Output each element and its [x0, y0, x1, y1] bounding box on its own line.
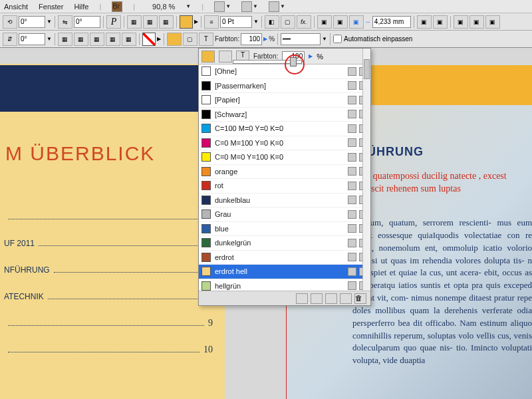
flip-h-icon[interactable]: ⇋: [58, 15, 72, 29]
tint-field[interactable]: [243, 35, 260, 43]
swatch-row[interactable]: C=0 M=0 Y=100 K=0: [199, 150, 370, 165]
stroke-weight-icon[interactable]: ≡: [204, 15, 219, 29]
strokestyle-field[interactable]: ━━: [281, 33, 321, 45]
swatch-row[interactable]: dunkelgrün: [199, 236, 370, 251]
swatch-row[interactable]: dunkelblau: [199, 194, 370, 208]
opacity-icon[interactable]: ▢: [281, 15, 295, 29]
zoom-level[interactable]: 90,8 %: [152, 3, 175, 11]
swatch-name: erdrot: [215, 253, 344, 261]
swatch-name: dunkelgrün: [215, 239, 344, 247]
control-bar-1: ⟲ 0° ▼ ⇋ 0° P ▦ ▦ ▦ ▶ ≡ 0 Pt ▼ ◧ ▢ fx. ▣…: [0, 13, 532, 31]
fit-2-icon[interactable]: ▣: [333, 15, 348, 29]
swatch-chip: [201, 66, 211, 76]
fill-color-swatch[interactable]: [180, 15, 193, 29]
fill-proxy-icon[interactable]: [201, 51, 215, 63]
swatch-row[interactable]: [Schwarz]: [199, 108, 370, 122]
screen-mode-icon[interactable]: ▼: [214, 1, 231, 12]
width-field[interactable]: 4,233 mm: [372, 16, 411, 28]
bridge-icon[interactable]: Br: [112, 1, 122, 12]
delete-swatch-icon[interactable]: 🗑: [354, 293, 366, 304]
select-container-icon[interactable]: ▦: [74, 33, 88, 46]
swatch-row[interactable]: erdrot hell: [199, 265, 370, 279]
view-options-icon[interactable]: ▼: [241, 1, 258, 12]
swatch-type-icon: [348, 153, 356, 162]
swatch-chip: [201, 253, 211, 262]
arrange-icon[interactable]: ▼: [269, 1, 285, 12]
swatch-chip: [201, 138, 211, 148]
swatch-type-icon: [348, 81, 356, 90]
swatch-chip: [201, 167, 211, 176]
select-next-icon[interactable]: ▦: [106, 33, 120, 46]
swatch-type-icon: [348, 96, 356, 104]
autofit-checkbox[interactable]: Automatisch einpassen: [333, 35, 412, 43]
swatch-type-icon: [348, 196, 356, 204]
show-all-swatches-icon[interactable]: [296, 293, 308, 304]
swatch-row[interactable]: erdrot: [199, 251, 370, 265]
menu-hilfe[interactable]: Hilfe: [74, 3, 88, 11]
textwrap-2-icon[interactable]: ▦: [143, 15, 158, 29]
menu-ansicht[interactable]: Ansicht: [4, 3, 28, 11]
swatch-row[interactable]: orange: [199, 165, 370, 180]
effects-icon[interactable]: fx.: [297, 15, 311, 29]
swatch-name: [Schwarz]: [215, 110, 344, 118]
apply-fill-icon[interactable]: [167, 33, 182, 46]
toc-row: NFÜHRUNG7: [4, 265, 213, 275]
menu-fenster[interactable]: Fenster: [39, 3, 63, 11]
textwrap-3-icon[interactable]: ▦: [159, 15, 174, 29]
swatch-row[interactable]: [Passermarken]: [199, 79, 370, 94]
swatch-chip: [201, 281, 211, 291]
textwrap-1-icon[interactable]: ▦: [127, 15, 142, 29]
swatch-type-icon: [348, 124, 356, 133]
fit-3-icon[interactable]: ▣: [349, 15, 364, 29]
tool-e-icon[interactable]: ▣: [485, 15, 500, 29]
fit-1-icon[interactable]: ▣: [317, 15, 332, 29]
rotation-field[interactable]: 0°: [19, 16, 45, 28]
page-left[interactable]: M ÜBERBLICK 5 UF 20117 NFÜHRUNG7 ATECHNI…: [0, 64, 225, 399]
stroke-proxy-icon[interactable]: [219, 51, 232, 63]
width-icon: ↔: [365, 19, 371, 25]
swatches-footer: 🗑: [199, 291, 370, 305]
rotate-ccw-icon[interactable]: ⟲: [3, 15, 17, 29]
toc-row: 9: [4, 318, 213, 329]
rotation2-field[interactable]: 0°: [19, 33, 45, 45]
swatch-chip: [201, 224, 211, 233]
select-more-icon[interactable]: ▦: [122, 33, 136, 46]
shear-field[interactable]: 0°: [74, 16, 100, 28]
type-tool-icon[interactable]: T: [199, 33, 213, 46]
swatches-list[interactable]: [Ohne][Passermarken][Papier][Schwarz]C=1…: [199, 65, 370, 291]
swatch-scrollbar[interactable]: [362, 49, 370, 291]
swatch-type-icon: [348, 138, 356, 147]
swatch-row[interactable]: hellgrün: [199, 279, 370, 291]
paragraph-style-icon[interactable]: P: [106, 15, 121, 29]
shadow-icon[interactable]: ◧: [265, 15, 279, 29]
flip-v-icon[interactable]: ⇵: [3, 33, 17, 46]
new-swatch-icon[interactable]: [340, 293, 352, 304]
stroke-weight-field[interactable]: 0 Pt: [220, 16, 252, 28]
swatch-chip: [201, 95, 211, 104]
select-prev-icon[interactable]: ▦: [90, 33, 104, 46]
toc-row: ATECHNIK8: [4, 291, 213, 302]
right-subhead: atem quatempossi ducilig natecte , exces…: [352, 170, 525, 196]
swatch-row[interactable]: [Papier]: [199, 93, 370, 108]
annotation-circle: [285, 55, 305, 74]
tool-a-icon[interactable]: ▣: [417, 15, 432, 29]
control-bar-2: ⇵ 0° ▼ ▦ ▦ ▦ ▦ ▦ ▶ ▢ T Farbton: ▶ % ━━ ▼…: [0, 31, 532, 48]
apply-none-icon[interactable]: ▢: [183, 33, 198, 46]
show-color-swatches-icon[interactable]: [311, 293, 323, 304]
swatch-row[interactable]: C=0 M=100 Y=0 K=0: [199, 136, 370, 151]
swatch-type-icon: [348, 239, 356, 247]
swatch-name: dunkelblau: [215, 196, 344, 204]
swatch-row[interactable]: Grau: [199, 207, 370, 222]
tool-d-icon[interactable]: ▣: [469, 15, 484, 29]
right-header-yellow: [346, 65, 532, 105]
stroke-color-swatch[interactable]: [142, 33, 156, 46]
swatch-type-icon: [348, 110, 356, 118]
select-content-icon[interactable]: ▦: [58, 33, 72, 46]
swatch-type-icon: [348, 210, 356, 219]
show-gradient-swatches-icon[interactable]: [325, 293, 337, 304]
tool-b-icon[interactable]: ▣: [433, 15, 448, 29]
tool-c-icon[interactable]: ▣: [454, 15, 468, 29]
swatch-row[interactable]: blue: [199, 222, 370, 237]
swatch-row[interactable]: C=100 M=0 Y=0 K=0: [199, 122, 370, 136]
swatch-row[interactable]: rot: [199, 179, 370, 194]
